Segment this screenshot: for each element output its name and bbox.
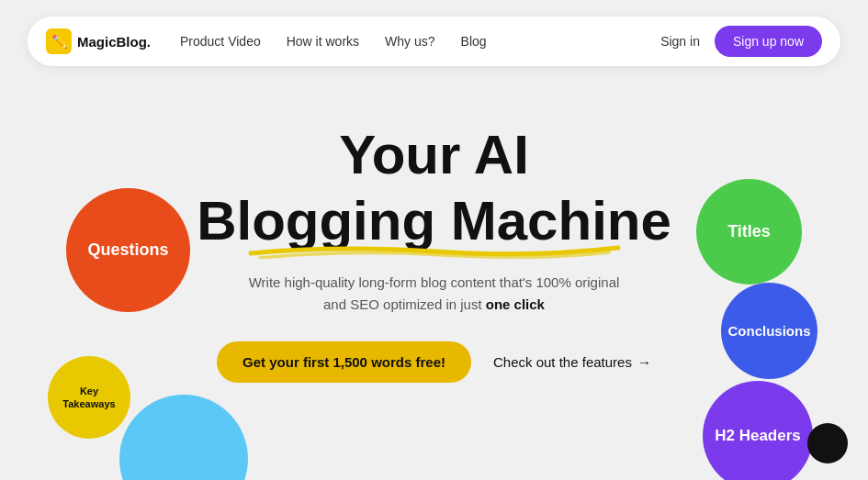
hero-cta-row: Get your first 1,500 words free! Check o… xyxy=(217,341,651,383)
circle-conclusions: Conclusions xyxy=(721,283,817,379)
nav-why-us[interactable]: Why us? xyxy=(385,34,434,49)
cta-primary-button[interactable]: Get your first 1,500 words free! xyxy=(217,341,471,383)
cta-features-link[interactable]: Check out the features → xyxy=(493,354,651,370)
sign-in-link[interactable]: Sign in xyxy=(660,34,700,49)
nav-links: Product Video How it works Why us? Blog xyxy=(180,34,660,49)
nav-how-it-works[interactable]: How it works xyxy=(287,34,359,49)
hero-subtitle: Write high-quality long-form blog conten… xyxy=(249,272,620,316)
circle-questions: Questions xyxy=(66,188,190,312)
nav-product-video[interactable]: Product Video xyxy=(180,34,261,49)
circle-h2-headers: H2 Headers xyxy=(703,381,813,480)
circle-titles: Titles xyxy=(696,179,802,285)
logo[interactable]: ✏️ MagicBlog. xyxy=(46,28,151,54)
title-underline xyxy=(242,242,627,259)
hero-title-line1: Your AI xyxy=(339,125,529,185)
cta-arrow-icon: → xyxy=(637,354,651,370)
navbar-actions: Sign in Sign up now xyxy=(660,26,822,57)
logo-text: MagicBlog. xyxy=(77,34,151,50)
sign-up-button[interactable]: Sign up now xyxy=(715,26,822,57)
circle-black-small xyxy=(807,423,848,463)
subtitle-bold: one click xyxy=(486,296,545,312)
subtitle-line1: Write high-quality long-form blog conten… xyxy=(249,274,620,290)
navbar: ✏️ MagicBlog. Product Video How it works… xyxy=(28,17,840,66)
circle-key-takeaways: KeyTakeaways xyxy=(48,356,130,439)
cta-link-text: Check out the features xyxy=(493,354,632,370)
subtitle-line2: and SEO optimized in just xyxy=(323,296,486,312)
logo-icon: ✏️ xyxy=(46,28,72,54)
nav-blog[interactable]: Blog xyxy=(461,34,487,49)
